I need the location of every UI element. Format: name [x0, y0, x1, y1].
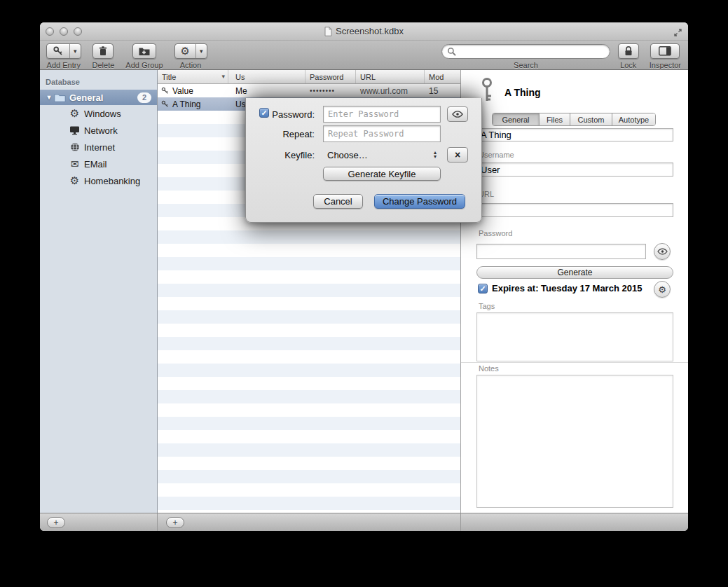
column-header-password[interactable]: Password — [305, 70, 356, 83]
notes-field[interactable] — [476, 375, 673, 508]
gear-icon: ⚙ — [68, 176, 81, 186]
toolbar-left-group: ▾ Add Entry Delete — [46, 43, 207, 69]
sort-indicator-icon[interactable]: ▾ — [221, 73, 225, 80]
chevron-down-icon[interactable]: ▾ — [69, 44, 81, 58]
sidebar-item-label: Windows — [84, 109, 121, 119]
expires-row: ✓ Expires at: Tuesday 17 March 2015 — [478, 283, 642, 294]
change-password-button[interactable]: Change Password — [374, 194, 465, 209]
add-entry-bottom-button[interactable]: + — [166, 517, 184, 528]
tab-general[interactable]: General — [493, 113, 539, 125]
envelope-icon: ✉ — [68, 159, 81, 169]
add-group-toolbar-item: Add Group — [125, 43, 163, 69]
gear-icon: ⚙ — [175, 46, 195, 57]
sidebar-section-header: Database — [46, 78, 157, 86]
add-entry-button[interactable]: ▾ — [46, 43, 81, 59]
titlebar[interactable]: Screenshot.kdbx — [40, 22, 688, 41]
entry-url: www.url.com — [356, 86, 425, 96]
column-header-title[interactable]: Title ▾ — [158, 70, 228, 83]
tags-field[interactable] — [476, 312, 673, 361]
column-header-label: Us — [235, 73, 245, 81]
gear-icon: ⚙ — [68, 109, 81, 119]
document-icon — [324, 27, 332, 36]
add-entry-toolbar-item: ▾ Add Entry — [46, 43, 81, 69]
column-header-modified[interactable]: Mod — [425, 70, 460, 83]
tags-label: Tags — [479, 302, 495, 310]
username-field[interactable] — [476, 163, 673, 177]
bottom-bar: + + — [40, 513, 688, 531]
expires-checkbox[interactable]: ✓ — [478, 284, 488, 294]
column-header-url[interactable]: URL — [356, 70, 425, 83]
sidebar-item-label: Internet — [84, 142, 115, 153]
lock-toolbar-item: Lock — [618, 43, 639, 69]
add-group-label: Add Group — [125, 61, 163, 69]
expires-settings-button[interactable]: ⚙ — [654, 281, 671, 298]
delete-button[interactable] — [92, 43, 114, 59]
tab-autotype[interactable]: Autotype — [612, 113, 655, 125]
column-header-username[interactable]: Us — [228, 70, 305, 83]
table-row[interactable]: Value Me •••••••• www.url.com 15 — [158, 84, 460, 97]
sheet-repeat-input[interactable] — [323, 125, 441, 142]
search-area: Search — [441, 44, 610, 69]
eye-icon — [452, 111, 463, 118]
tab-custom[interactable]: Custom — [570, 113, 612, 125]
username-label: Username — [479, 151, 514, 159]
url-field[interactable] — [476, 203, 673, 217]
inspector-button[interactable] — [650, 43, 680, 59]
disclosure-triangle-icon[interactable]: ▼ — [44, 94, 54, 101]
zoom-window-button[interactable] — [74, 27, 82, 36]
clear-keyfile-button[interactable]: × — [447, 147, 468, 163]
add-group-button[interactable] — [132, 43, 156, 59]
divider — [460, 513, 461, 531]
sidebar-item-homebanking[interactable]: ⚙ Homebanking — [40, 172, 157, 189]
folder-icon — [54, 93, 66, 102]
fullscreen-icon[interactable] — [673, 27, 682, 36]
add-entry-label: Add Entry — [47, 61, 81, 69]
sheet-password-label: Password: — [259, 109, 315, 120]
generate-keyfile-button[interactable]: Generate Keyfile — [323, 167, 441, 181]
change-password-sheet: ✓ Password: Repeat: Keyfile: Choose… ▴ ▾… — [245, 98, 482, 223]
search-icon — [447, 47, 456, 56]
sidebar-item-network[interactable]: Network — [40, 122, 157, 139]
action-toolbar-item: ⚙ ▾ Action — [174, 43, 207, 69]
delete-toolbar-item: Delete — [92, 43, 115, 69]
lock-button[interactable] — [618, 43, 639, 59]
sheet-password-input[interactable] — [323, 106, 441, 123]
password-field[interactable] — [476, 244, 646, 259]
keyfile-popup[interactable]: Choose… ▴ ▾ — [323, 146, 441, 163]
window-title: Screenshot.kdbx — [336, 26, 404, 36]
entry-list-header: Title ▾ Us Password URL Mod — [158, 70, 460, 84]
title-field[interactable] — [476, 128, 673, 141]
generate-password-button[interactable]: Generate — [476, 266, 673, 279]
sidebar-group-general[interactable]: ▼ General 2 — [40, 90, 157, 105]
sidebar-item-windows[interactable]: ⚙ Windows — [40, 105, 157, 122]
column-header-label: Title — [162, 73, 176, 81]
cancel-button[interactable]: Cancel — [313, 194, 363, 209]
stepper-icon[interactable]: ▴ ▾ — [434, 151, 437, 159]
trash-icon — [98, 46, 108, 57]
entry-count-badge: 2 — [137, 92, 151, 103]
add-group-bottom-button[interactable]: + — [47, 517, 65, 528]
column-header-label: Mod — [429, 73, 444, 81]
chevron-down-icon[interactable]: ▾ — [195, 44, 207, 58]
app-window: Screenshot.kdbx ▾ Add Entry — [40, 22, 688, 531]
divider — [157, 513, 158, 531]
search-input[interactable] — [459, 46, 605, 57]
sidebar: Database ▼ General 2 ⚙ Windows — [40, 70, 158, 513]
sidebar-item-internet[interactable]: Internet — [40, 139, 157, 156]
sidebar-item-label: Homebanking — [84, 176, 140, 186]
delete-label: Delete — [92, 61, 115, 69]
show-password-button[interactable] — [654, 243, 671, 260]
close-window-button[interactable] — [46, 27, 54, 36]
sheet-show-password-button[interactable] — [447, 106, 468, 122]
sidebar-item-label: EMail — [84, 159, 107, 170]
divider — [461, 362, 688, 363]
search-label: Search — [514, 61, 538, 69]
action-button[interactable]: ⚙ ▾ — [174, 43, 207, 59]
column-header-label: URL — [360, 73, 376, 81]
stepper-down-icon[interactable]: ▾ — [434, 155, 437, 159]
entry-title: Value — [172, 86, 193, 96]
sidebar-item-email[interactable]: ✉ EMail — [40, 156, 157, 172]
minimize-window-button[interactable] — [60, 27, 68, 36]
tab-files[interactable]: Files — [539, 113, 570, 125]
inspector-entry-title: A Thing — [504, 87, 541, 98]
